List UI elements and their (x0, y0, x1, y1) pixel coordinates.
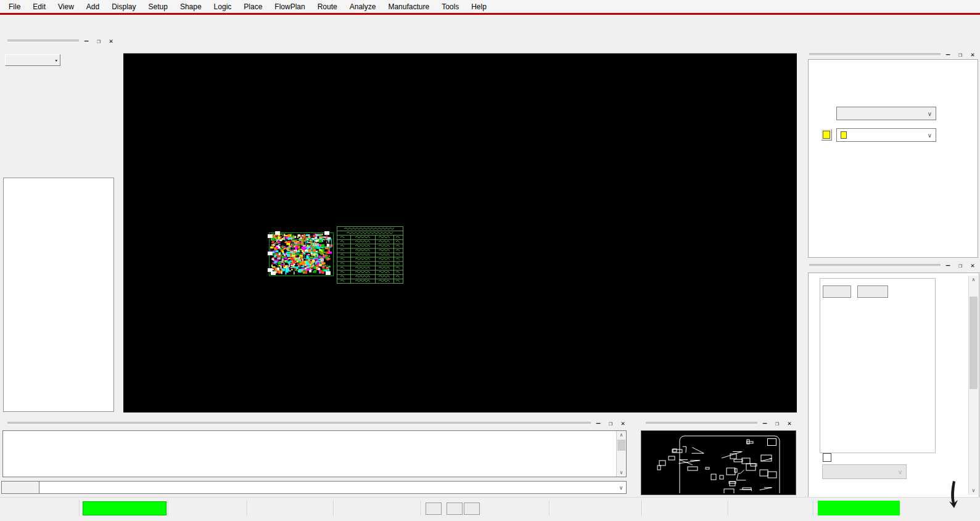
menu-view[interactable]: View (52, 1, 80, 13)
checkbox-icon (823, 453, 831, 462)
menu-edit[interactable]: Edit (27, 1, 52, 13)
chevron-down-icon (928, 131, 932, 139)
view-titlebar (638, 418, 797, 428)
menu-file[interactable]: File (2, 1, 27, 13)
by-saved-query-checkbox[interactable] (823, 453, 834, 462)
workspace-name-select[interactable] (5, 54, 60, 66)
command-prompt-row (1, 481, 627, 494)
status-separator (333, 500, 334, 516)
close-icon[interactable] (969, 261, 976, 269)
menu-help[interactable]: Help (465, 1, 493, 13)
status-separator (641, 500, 642, 516)
scroll-up-icon[interactable] (617, 431, 626, 439)
scroll-down-icon[interactable] (969, 486, 978, 495)
close-icon[interactable] (107, 37, 115, 45)
menu-route[interactable]: Route (311, 1, 344, 13)
menu-bar: FileEditViewAddDisplaySetupShapeLogicPla… (0, 0, 980, 13)
status-separator (247, 500, 247, 516)
status-bar (0, 497, 980, 521)
scroll-down-icon[interactable] (617, 469, 626, 477)
scroll-up-icon[interactable] (969, 276, 978, 284)
command-titlebar (0, 418, 630, 428)
window-buttons (944, 51, 976, 59)
angle-mode-button[interactable] (464, 503, 480, 515)
window-buttons (595, 419, 627, 427)
menu-flowplan[interactable]: FlowPlan (268, 1, 311, 13)
command-log[interactable] (2, 430, 627, 477)
window-buttons (761, 419, 793, 427)
minimize-icon[interactable] (944, 261, 952, 269)
pcb-design-canvas[interactable] (123, 54, 797, 412)
pick-mode-button[interactable] (447, 503, 463, 515)
find-panel (802, 260, 980, 497)
menu-display[interactable]: Display (105, 1, 142, 13)
progress-bar (83, 501, 167, 515)
main-toolbar (0, 15, 980, 35)
active-class-select[interactable] (836, 107, 936, 120)
titlebar-grip[interactable] (7, 39, 79, 42)
options-panel (802, 49, 980, 259)
status-separator (549, 500, 550, 516)
view-panel (638, 418, 797, 497)
float-icon[interactable] (773, 419, 781, 427)
active-subclass-select[interactable] (836, 128, 936, 142)
close-icon[interactable] (969, 51, 976, 59)
command-input[interactable] (39, 482, 616, 493)
command-input-wrap (39, 481, 627, 494)
titlebar-grip[interactable] (809, 264, 941, 266)
mouse-cursor (948, 481, 961, 508)
minimize-icon[interactable] (595, 419, 602, 427)
status-separator (168, 500, 168, 516)
design-canvas-area (123, 53, 797, 412)
yellow-swatch (823, 131, 830, 139)
window-buttons (83, 37, 115, 45)
menu-setup[interactable]: Setup (142, 1, 174, 13)
chevron-down-icon (928, 110, 932, 117)
menu-manufacture[interactable]: Manufacture (382, 1, 435, 13)
design-workflow-titlebar (0, 36, 118, 46)
titlebar-grip[interactable] (809, 53, 941, 55)
design-object-find-filter-group (820, 278, 936, 453)
menu-tools[interactable]: Tools (435, 1, 465, 13)
float-icon[interactable] (607, 419, 614, 427)
menu-add[interactable]: Add (80, 1, 105, 13)
design-workflow-panel (0, 36, 118, 412)
float-icon[interactable] (957, 261, 964, 269)
chevron-down-icon[interactable] (616, 485, 626, 491)
menu-shape[interactable]: Shape (174, 1, 208, 13)
layer-color-chip (841, 131, 847, 139)
minimize-icon[interactable] (944, 51, 952, 59)
find-titlebar (802, 260, 980, 270)
find-scrollbar[interactable] (968, 276, 978, 495)
pcb-editor-window: { "brand": {"logo": "cādence"}, "menu": … (0, 0, 980, 521)
close-icon[interactable] (786, 419, 793, 427)
titlebar-grip[interactable] (646, 422, 757, 424)
scrollbar-thumb[interactable] (617, 440, 625, 451)
chevron-down-icon (898, 468, 902, 475)
command-panel (0, 418, 630, 497)
command-log-scrollbar[interactable] (616, 431, 626, 477)
all-off-button[interactable] (857, 285, 888, 298)
status-separator (421, 500, 421, 516)
drc-status-box[interactable] (818, 501, 900, 515)
board-overview-canvas[interactable] (641, 431, 794, 493)
all-on-button[interactable] (823, 285, 851, 298)
view-body (641, 430, 796, 495)
menu-analyze[interactable]: Analyze (344, 1, 382, 13)
titlebar-grip[interactable] (7, 422, 591, 424)
saved-query-select (822, 464, 907, 479)
float-icon[interactable] (95, 37, 102, 45)
float-icon[interactable] (957, 51, 964, 59)
minimize-icon[interactable] (83, 37, 90, 45)
menu-place[interactable]: Place (237, 1, 268, 13)
menu-logic[interactable]: Logic (208, 1, 238, 13)
close-icon[interactable] (619, 419, 627, 427)
options-body (808, 59, 978, 258)
layer-color-swatch[interactable] (821, 129, 832, 141)
minimize-icon[interactable] (761, 419, 768, 427)
options-titlebar (802, 49, 980, 59)
workflow-detail-area (3, 178, 114, 412)
units-button[interactable] (426, 503, 442, 515)
scrollbar-thumb[interactable] (970, 297, 978, 389)
workspace-row (2, 54, 60, 66)
